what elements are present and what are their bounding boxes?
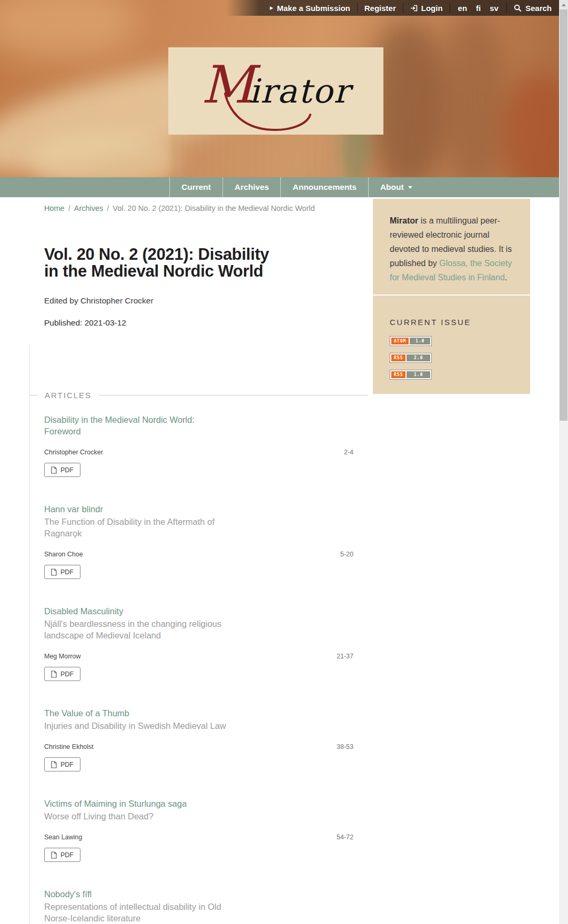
current-issue-heading: CURRENT ISSUE: [390, 318, 513, 327]
primary-navigation: Current Archives Announcements About: [0, 177, 559, 197]
make-submission-link[interactable]: Make a Submission: [266, 4, 350, 13]
language-sv[interactable]: sv: [489, 4, 500, 13]
nav-item-about[interactable]: About: [368, 177, 424, 197]
arrow-right-icon: [266, 5, 273, 11]
article-authors: Sharon Choe: [44, 551, 83, 558]
pdf-button[interactable]: PDF: [44, 565, 80, 579]
language-fi[interactable]: fi: [475, 4, 482, 13]
feed-type: RSS: [391, 371, 405, 378]
nav-about-label: About: [380, 177, 404, 197]
article-subtitle: Njáll's beardlessness in the changing re…: [44, 618, 353, 641]
article-subtitle: Injuries and Disability in Swedish Medie…: [44, 720, 353, 732]
scrollbar-thumb[interactable]: [560, 9, 567, 421]
sidebar-current-issue-block: CURRENT ISSUE ATOM 1.0 RSS 2.0 RSS 1.0: [373, 296, 530, 394]
language-en[interactable]: en: [457, 4, 469, 13]
article-subtitle: Representations of intellectual disabili…: [44, 901, 353, 924]
pdf-button[interactable]: PDF: [44, 463, 80, 477]
article-summary: The Value of a Thumb Injuries and Disabi…: [44, 707, 353, 771]
chevron-down-icon: [408, 186, 412, 189]
register-link[interactable]: Register: [364, 4, 396, 13]
login-link[interactable]: Login: [410, 4, 443, 13]
article-list: Disability in the Medieval Nordic World:…: [44, 414, 353, 924]
nav-item-announcements[interactable]: Announcements: [280, 177, 368, 197]
rss1-feed-badge[interactable]: RSS 1.0: [390, 370, 432, 380]
feed-type: ATOM: [391, 338, 409, 344]
file-icon: [51, 568, 57, 576]
pdf-label: PDF: [60, 671, 74, 678]
scrollbar-up-arrow[interactable]: [559, 0, 568, 9]
article-summary: Disability in the Medieval Nordic World:…: [44, 414, 353, 477]
register-label: Register: [364, 4, 396, 13]
article-pages: 54-72: [337, 834, 353, 841]
breadcrumb-archives-link[interactable]: Archives: [74, 204, 104, 212]
article-title-link[interactable]: Hann var blindr: [44, 503, 353, 515]
breadcrumb-home-link[interactable]: Home: [44, 204, 65, 212]
breadcrumb-separator: /: [68, 204, 70, 212]
issue-editor: Edited by Christopher Crocker: [44, 296, 353, 306]
journal-name: Mirator: [390, 216, 418, 225]
article-title-link[interactable]: Victims of Maiming in Sturlunga saga: [44, 798, 353, 809]
published-label: Published:: [44, 318, 82, 327]
nav-item-archives[interactable]: Archives: [222, 177, 280, 197]
article-pages: 21-37: [337, 653, 353, 660]
about-text-end: .: [505, 273, 507, 282]
pdf-button[interactable]: PDF: [44, 667, 80, 681]
article-pages: 5-20: [340, 551, 353, 558]
search-icon: [514, 4, 522, 12]
nav-menu: Current Archives Announcements About: [169, 177, 424, 197]
article-meta: Christopher Crocker 2-4: [44, 449, 353, 456]
make-submission-label: Make a Submission: [277, 4, 350, 13]
article-title-link[interactable]: Disabled Masculinity: [44, 605, 353, 617]
main-content: Home/Archives/Vol. 20 No. 2 (2021): Disa…: [29, 197, 368, 924]
breadcrumb: Home/Archives/Vol. 20 No. 2 (2021): Disa…: [44, 204, 353, 212]
nav-item-current[interactable]: Current: [169, 177, 222, 197]
article-authors: Christine Ekholst: [44, 743, 94, 750]
file-icon: [51, 851, 57, 859]
fresco-art: [502, 74, 559, 177]
feed-version: 2.0: [407, 354, 430, 361]
article-meta: Meg Morrow 21-37: [44, 653, 353, 660]
file-icon: [51, 466, 57, 474]
article-meta: Sean Lawing 54-72: [44, 834, 353, 841]
pdf-button[interactable]: PDF: [44, 757, 80, 771]
feed-version: 1.0: [407, 371, 430, 378]
pdf-label: PDF: [60, 568, 74, 576]
article-subtitle: Worse off Living than Dead?: [44, 810, 353, 822]
nav-announcements-label: Announcements: [292, 177, 356, 197]
article-subtitle: The Function of Disability in the Afterm…: [44, 516, 353, 539]
search-link[interactable]: Search: [514, 4, 552, 13]
vertical-scrollbar[interactable]: [559, 0, 568, 924]
article-summary: Hann var blindr The Function of Disabili…: [44, 503, 353, 579]
journal-description: Mirator is a multilingual peer-reviewed …: [390, 214, 513, 285]
article-authors: Christopher Crocker: [44, 449, 103, 456]
logo-rest: irator: [249, 72, 350, 110]
login-icon: [410, 5, 418, 12]
atom-feed-badge[interactable]: ATOM 1.0: [390, 336, 432, 346]
breadcrumb-current: Vol. 20 No. 2 (2021): Disability in the …: [113, 204, 315, 212]
pdf-button[interactable]: PDF: [44, 848, 80, 862]
pdf-label: PDF: [60, 761, 74, 768]
heading-rule-right: [98, 395, 368, 395]
issue-title: Vol. 20 No. 2 (2021): Disability in the …: [44, 246, 353, 280]
article-pages: 2-4: [344, 449, 353, 456]
issue-published: Published: 2021-03-12: [44, 318, 353, 328]
separator: [450, 3, 450, 13]
arrow-up-icon: [562, 4, 566, 6]
fresco-art: [442, 11, 505, 177]
feed-version: 1.0: [410, 338, 430, 344]
pdf-label: PDF: [60, 851, 74, 859]
article-title-link[interactable]: Disability in the Medieval Nordic World:…: [44, 414, 353, 437]
article-title-link[interactable]: Nobody's fífl: [44, 888, 353, 900]
article-summary: Nobody's fífl Representations of intelle…: [44, 888, 353, 924]
article-pages: 38-53: [337, 743, 353, 750]
feed-list: ATOM 1.0 RSS 2.0 RSS 1.0: [390, 336, 513, 380]
journal-page: Make a Submission Register Login en fi s…: [0, 0, 568, 924]
article-summary: Disabled Masculinity Njáll's beardlessne…: [44, 605, 353, 681]
nav-archives-label: Archives: [235, 177, 269, 197]
article-title-link[interactable]: The Value of a Thumb: [44, 707, 353, 719]
article-meta: Christine Ekholst 38-53: [44, 743, 353, 750]
logo-initial: M: [201, 55, 254, 115]
rss2-feed-badge[interactable]: RSS 2.0: [390, 353, 432, 363]
journal-logo[interactable]: Mirator: [168, 47, 383, 135]
published-date: 2021-03-12: [82, 318, 126, 327]
